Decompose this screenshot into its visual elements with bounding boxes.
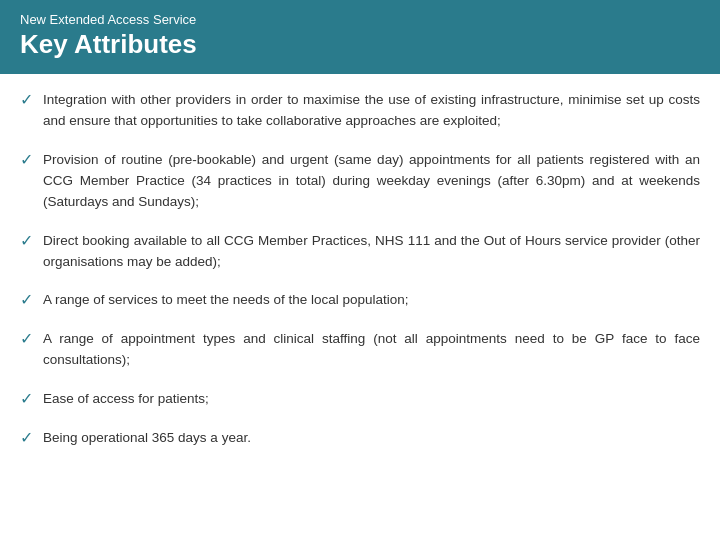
list-item: ✓A range of appointment types and clinic… — [20, 329, 700, 371]
list-item: ✓Integration with other providers in ord… — [20, 90, 700, 132]
item-text-2: Provision of routine (pre-bookable) and … — [43, 150, 700, 213]
list-item: ✓Being operational 365 days a year. — [20, 428, 700, 449]
content-section: ✓Integration with other providers in ord… — [0, 74, 720, 483]
list-item: ✓A range of services to meet the needs o… — [20, 290, 700, 311]
checkmark-icon: ✓ — [20, 428, 33, 447]
header-subtitle: New Extended Access Service — [20, 12, 700, 27]
item-text-4: A range of services to meet the needs of… — [43, 290, 408, 311]
item-text-1: Integration with other providers in orde… — [43, 90, 700, 132]
page-wrapper: New Extended Access Service Key Attribut… — [0, 0, 720, 483]
list-item: ✓Ease of access for patients; — [20, 389, 700, 410]
item-text-7: Being operational 365 days a year. — [43, 428, 251, 449]
checkmark-icon: ✓ — [20, 90, 33, 109]
checkmark-icon: ✓ — [20, 290, 33, 309]
header-title: Key Attributes — [20, 29, 700, 60]
list-item: ✓Direct booking available to all CCG Mem… — [20, 231, 700, 273]
list-item: ✓Provision of routine (pre-bookable) and… — [20, 150, 700, 213]
checkmark-icon: ✓ — [20, 389, 33, 408]
header-section: New Extended Access Service Key Attribut… — [0, 0, 720, 74]
item-text-5: A range of appointment types and clinica… — [43, 329, 700, 371]
checkmark-icon: ✓ — [20, 329, 33, 348]
item-text-3: Direct booking available to all CCG Memb… — [43, 231, 700, 273]
item-text-6: Ease of access for patients; — [43, 389, 209, 410]
checkmark-icon: ✓ — [20, 231, 33, 250]
checkmark-icon: ✓ — [20, 150, 33, 169]
